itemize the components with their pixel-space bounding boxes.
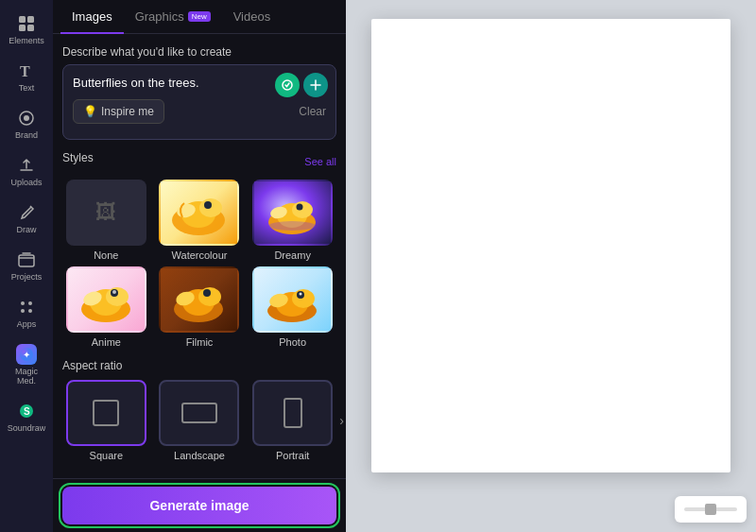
see-all-link[interactable]: See all xyxy=(304,156,336,167)
svg-point-25 xyxy=(297,204,303,211)
draw-icon xyxy=(16,202,37,223)
magic-icon: ✦ xyxy=(16,344,37,365)
inspire-label: Inspire me xyxy=(101,105,154,118)
svg-rect-3 xyxy=(27,25,34,31)
svg-point-44 xyxy=(300,293,302,296)
style-label-none: None xyxy=(94,249,118,261)
upload-icon xyxy=(16,155,37,176)
style-item-filmic[interactable]: Filmic xyxy=(156,266,244,348)
svg-point-19 xyxy=(199,198,222,217)
sidebar: Elements T Text Brand Uploads xyxy=(0,0,53,532)
sidebar-item-draw[interactable]: Draw xyxy=(4,197,49,240)
prompt-actions: 💡 Inspire me Clear xyxy=(73,99,326,124)
prompt-icon-green[interactable] xyxy=(275,73,300,97)
prompt-icon-teal[interactable] xyxy=(303,73,328,97)
sidebar-item-magic-med[interactable]: ✦ Magic Med. xyxy=(4,338,49,391)
square-shape xyxy=(93,400,119,426)
svg-point-20 xyxy=(204,201,212,209)
styles-header: Styles See all xyxy=(62,151,336,172)
aspect-label-landscape: Landscape xyxy=(174,450,225,461)
clear-button[interactable]: Clear xyxy=(299,105,326,118)
soundraw-icon: S xyxy=(16,401,37,421)
svg-point-37 xyxy=(203,289,211,297)
sidebar-item-elements[interactable]: Elements xyxy=(4,8,49,51)
inspire-button[interactable]: 💡 Inspire me xyxy=(73,99,164,124)
bottom-bar: Generate image xyxy=(53,478,346,532)
tab-images[interactable]: Images xyxy=(60,0,124,33)
style-label-photo: Photo xyxy=(279,336,306,348)
prompt-icons xyxy=(275,73,328,97)
sidebar-item-apps-label: Apps xyxy=(17,319,37,329)
style-label-dreamy: Dreamy xyxy=(274,249,311,261)
style-thumb-dreamy xyxy=(252,180,333,246)
aspect-thumb-portrait xyxy=(252,380,333,446)
sidebar-item-apps[interactable]: Apps xyxy=(4,291,49,335)
aspect-section: Aspect ratio Square Landscape xyxy=(62,359,336,461)
aspect-label-square: Square xyxy=(90,450,123,461)
brand-icon xyxy=(16,108,37,129)
svg-point-6 xyxy=(24,115,29,121)
style-item-anime[interactable]: Anime xyxy=(62,266,150,348)
svg-rect-7 xyxy=(19,255,34,266)
generate-button[interactable]: Generate image xyxy=(62,487,336,524)
svg-point-36 xyxy=(198,287,221,306)
style-item-dreamy[interactable]: Dreamy xyxy=(249,180,336,261)
style-item-none[interactable]: 🖼 None xyxy=(62,180,150,261)
none-icon: 🖼 xyxy=(95,200,116,225)
aspect-item-landscape[interactable]: Landscape xyxy=(156,380,244,461)
aspect-item-portrait[interactable]: Portrait xyxy=(249,380,336,461)
svg-point-41 xyxy=(292,289,315,308)
sidebar-item-brand[interactable]: Brand xyxy=(4,102,49,146)
style-item-watercolour[interactable]: Watercolour xyxy=(156,180,244,261)
sidebar-item-text-label: Text xyxy=(19,83,35,93)
aspect-item-square[interactable]: Square xyxy=(62,380,150,461)
sidebar-item-magic-label: Magic Med. xyxy=(8,367,45,386)
sidebar-item-text[interactable]: T Text xyxy=(4,55,49,98)
aspect-title: Aspect ratio xyxy=(62,359,336,372)
tab-graphics-label: Graphics xyxy=(135,9,184,24)
style-thumb-filmic xyxy=(159,266,239,333)
sidebar-item-projects-label: Projects xyxy=(11,272,43,282)
sidebar-item-uploads[interactable]: Uploads xyxy=(4,149,49,193)
aspect-label-portrait: Portrait xyxy=(276,450,309,461)
style-item-photo[interactable]: Photo xyxy=(249,266,336,348)
panel: Images Graphics New Videos Describe what… xyxy=(53,0,346,532)
aspect-thumb-square xyxy=(66,380,146,446)
svg-rect-46 xyxy=(705,504,716,515)
inspire-icon: 💡 xyxy=(83,105,97,118)
tab-images-label: Images xyxy=(72,9,112,24)
style-label-watercolour: Watercolour xyxy=(172,249,228,261)
sidebar-item-uploads-label: Uploads xyxy=(10,178,42,187)
svg-point-30 xyxy=(106,287,129,306)
prompt-box[interactable]: Butterflies on the trees. xyxy=(62,64,336,140)
style-thumb-anime xyxy=(66,266,146,333)
canvas-toolbar xyxy=(675,496,747,523)
tab-videos-label: Videos xyxy=(233,9,271,24)
prompt-label: Describe what you'd like to create xyxy=(62,45,336,59)
tab-graphics[interactable]: Graphics New xyxy=(124,0,222,33)
sidebar-item-soundraw[interactable]: S Soundraw xyxy=(4,395,49,438)
svg-point-27 xyxy=(268,221,316,231)
svg-point-11 xyxy=(28,309,32,313)
svg-rect-2 xyxy=(19,25,26,31)
projects-icon xyxy=(16,249,37,270)
svg-text:T: T xyxy=(20,63,30,79)
tabs: Images Graphics New Videos xyxy=(53,0,346,34)
grid-icon xyxy=(16,13,37,34)
prompt-section: Describe what you'd like to create Butte… xyxy=(62,45,336,140)
aspect-thumb-landscape xyxy=(159,380,239,446)
sidebar-item-projects[interactable]: Projects xyxy=(4,244,49,287)
svg-point-8 xyxy=(21,301,25,305)
sidebar-item-draw-label: Draw xyxy=(16,225,36,234)
canvas-area xyxy=(346,0,756,532)
style-thumb-watercolour xyxy=(159,180,239,246)
apps-icon xyxy=(16,297,37,317)
style-label-filmic: Filmic xyxy=(186,336,214,348)
styles-section: Styles See all 🖼 None xyxy=(62,151,336,348)
panel-content: Describe what you'd like to create Butte… xyxy=(53,34,346,478)
aspect-scroll-arrow[interactable]: › xyxy=(339,413,344,428)
svg-rect-1 xyxy=(27,16,34,23)
tab-videos[interactable]: Videos xyxy=(222,0,283,33)
svg-point-33 xyxy=(112,290,116,294)
style-thumb-none: 🖼 xyxy=(66,180,146,246)
